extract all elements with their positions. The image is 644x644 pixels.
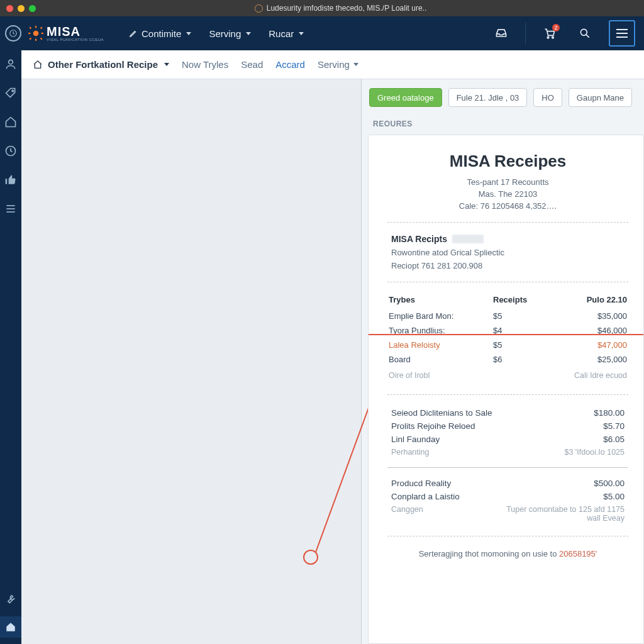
search-icon: [579, 27, 591, 40]
table-row: Board$6$25,000: [389, 353, 627, 366]
subbar-link-now[interactable]: Now Tryles: [182, 59, 228, 70]
search-button[interactable]: [574, 22, 596, 45]
home-outline-icon: [33, 60, 43, 70]
org-badge-icon[interactable]: [5, 25, 21, 42]
chevron-down-icon: [299, 32, 304, 35]
cart-badge: 2: [552, 24, 560, 31]
sub-toolbar: Other Fortkationl Recipe Now Tryles Sead…: [21, 50, 644, 79]
col-header-3: Pulo 22.10: [548, 295, 627, 308]
close-window-button[interactable]: [6, 5, 13, 12]
receipt-subtitle-2: Mas. The 22103: [387, 189, 628, 199]
summary-row: Producd Reality$500.00: [387, 477, 628, 490]
svg-point-12: [580, 29, 587, 35]
wrench-icon[interactable]: [4, 592, 17, 605]
chevron-down-icon: [246, 32, 251, 35]
divider: [387, 394, 628, 395]
svg-point-1: [33, 31, 39, 36]
subbar-link-accard[interactable]: Accard: [275, 59, 305, 70]
hamburger-icon: [616, 29, 628, 38]
col-header-2: Receipts: [487, 295, 547, 308]
window-titlebar: Ludesurity imfodiste thecedo, MIS./P Loa…: [0, 0, 644, 16]
user-icon[interactable]: [4, 58, 17, 70]
summary-note-2: Canggen Tuper comontabe to 125 afd 1175 …: [387, 503, 628, 525]
divider: [387, 222, 628, 223]
summary-row: Seieod Diclitenians to Sale$180.00: [387, 406, 628, 419]
subbar-link-label: Serving: [318, 59, 350, 70]
receipt-document: MISA Receipes Tes-pant 17 Recountts Mas.…: [368, 135, 644, 644]
maximize-window-button[interactable]: [29, 5, 36, 12]
cart-button[interactable]: 2: [538, 22, 561, 45]
thumbs-up-icon[interactable]: [4, 174, 17, 186]
svg-point-10: [547, 36, 549, 38]
window-title: Ludesurity imfodiste thecedo, MIS./P Loa…: [267, 4, 427, 13]
svg-line-6: [30, 27, 31, 28]
chevron-down-icon: [164, 63, 169, 66]
nav-item-serving[interactable]: Serving: [209, 28, 251, 39]
clock-icon[interactable]: [4, 145, 17, 157]
receipt-name: MISA Recipts: [391, 234, 447, 244]
ho-button[interactable]: HO: [533, 88, 562, 107]
summary-row: Conplard a Laistio$5.00: [387, 490, 628, 503]
summary-row: Prolits Rejoihe Reloed$5.70: [387, 419, 628, 433]
shield-icon: [255, 4, 263, 13]
right-receipt-pane: Greed oataloge Fule 21. Jdle , 03 HO Gau…: [361, 79, 644, 644]
minimize-window-button[interactable]: [18, 5, 25, 12]
inbox-button[interactable]: [490, 22, 513, 45]
receipt-line-2: Rowontine atod Grical Spliectic: [391, 248, 625, 257]
house-icon: [5, 621, 16, 633]
nav-item-label: Contimite: [142, 28, 181, 39]
svg-point-11: [552, 36, 554, 38]
svg-line-8: [30, 38, 31, 40]
svg-line-9: [41, 38, 42, 40]
receipt-subtitle-3: Cale: 76 1205468 4,352….: [387, 201, 628, 211]
subbar-link-serving[interactable]: Serving: [318, 59, 358, 70]
nav-divider: [525, 23, 526, 44]
primary-action-button[interactable]: Greed oataloge: [369, 88, 442, 107]
receipt-footer: Serteragjing thot momoning on usie to 20…: [387, 549, 628, 558]
brand-subtitle: VISAL PUNVCATION CCEUA: [47, 38, 104, 42]
table-footer-left: Oire of Irobl: [389, 367, 486, 382]
redacted-chip: [452, 235, 484, 243]
table-row: Lalea Reloisty$5$47,000: [389, 338, 627, 352]
svg-point-17: [9, 60, 13, 64]
receipt-table: Trybes Receipts Pulo 22.10 Emplie Bard M…: [387, 294, 628, 383]
traffic-lights: [6, 5, 36, 12]
divider: [387, 467, 628, 468]
list-icon[interactable]: [4, 203, 17, 215]
divider: [387, 282, 628, 282]
receipt-subtitle-1: Tes-pant 17 Recountts: [387, 177, 628, 187]
svg-line-13: [586, 35, 589, 38]
summary-note: Perhanting $3 'Ifdooi.Io 1025: [387, 446, 628, 458]
receipt-line-3: Reciopt 761 281 200.908: [391, 261, 625, 270]
svg-point-18: [12, 90, 14, 92]
breadcrumb-label: Other Fortkationl Recipe: [48, 59, 158, 70]
nav-item-label: Rucar: [269, 28, 294, 39]
rail-home-button[interactable]: [0, 616, 21, 638]
nav-item-label: Serving: [209, 28, 241, 39]
receipt-header-block: MISA Recipts Rowontine atod Grical Splie…: [387, 234, 628, 270]
date-filter-button[interactable]: Fule 21. Jdle , 03: [448, 88, 528, 107]
svg-line-7: [41, 27, 42, 28]
chevron-down-icon: [353, 63, 358, 66]
section-label: REOURES: [362, 116, 644, 135]
brand-logo[interactable]: MISA VISAL PUNVCATION CCEUA: [28, 25, 104, 42]
group-button[interactable]: Gaupn Mane: [569, 88, 632, 107]
menu-button[interactable]: [609, 20, 635, 47]
tag-icon[interactable]: [4, 87, 17, 99]
breadcrumb[interactable]: Other Fortkationl Recipe: [33, 59, 169, 70]
home-icon[interactable]: [4, 116, 17, 128]
summary-row: Linl Faunday$6.05: [387, 433, 628, 446]
brand-name: MISA: [47, 25, 104, 38]
subbar-link-sead[interactable]: Sead: [241, 59, 263, 70]
col-header-1: Trybes: [389, 295, 486, 308]
chevron-down-icon: [186, 32, 191, 35]
nav-item-continue[interactable]: Contimite: [129, 28, 191, 39]
divider: [387, 536, 628, 536]
action-button-row: Greed oataloge Fule 21. Jdle , 03 HO Gau…: [362, 88, 644, 116]
receipt-title: MISA Receipes: [387, 152, 628, 171]
table-row: Emplie Bard Mon:$5$35,000: [389, 309, 627, 323]
nav-item-rucar[interactable]: Rucar: [269, 28, 304, 39]
table-footer-right: Cali Idre ecuod: [548, 367, 627, 382]
pencil-icon: [129, 29, 138, 38]
table-row: Tyora Pundlius:$4$46,000: [389, 324, 627, 337]
